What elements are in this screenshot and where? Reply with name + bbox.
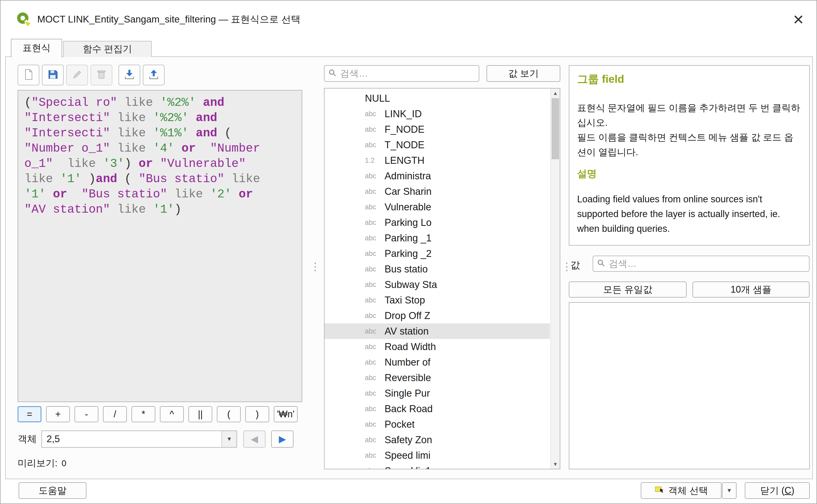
show-values-button[interactable]: 값 보기 [487, 65, 560, 82]
edit-expression-button[interactable] [66, 65, 88, 85]
field-list: NULLabcLINK_IDabcF_NODEabcT_NODE1.2LENGT… [324, 88, 560, 469]
expression-editor[interactable]: ("Special ro" like '%2%' and "Intersecti… [18, 90, 302, 402]
field-list-item[interactable]: abcCar Sharin [325, 184, 550, 199]
scroll-down-icon[interactable]: ▼ [551, 459, 560, 469]
description-heading: 설명 [577, 167, 801, 180]
select-features-icon [654, 484, 665, 497]
scroll-up-icon[interactable]: ▲ [551, 88, 560, 98]
field-label: Back Road [385, 403, 433, 414]
next-feature-button[interactable]: ▶ [271, 431, 293, 448]
field-list-item[interactable]: abcNumber of [325, 354, 550, 370]
search-icon [597, 259, 606, 269]
field-list-item[interactable]: abcBack Road [325, 401, 550, 417]
trash-icon [95, 69, 107, 81]
field-list-item[interactable]: abcVulnerable [325, 199, 550, 215]
string-field-icon: abc [365, 451, 385, 459]
operator-button[interactable]: = [18, 406, 41, 422]
string-field-icon: abc [365, 265, 385, 273]
scrollbar[interactable]: ▲ ▼ [550, 88, 560, 469]
window-title: MOCT LINK_Entity_Sangam_site_filtering —… [37, 1, 300, 38]
string-field-icon: abc [365, 281, 385, 289]
field-list-item[interactable]: abcBus statio [325, 261, 550, 277]
string-field-icon: abc [365, 203, 385, 211]
tab-function-editor[interactable]: 함수 편집기 [63, 41, 152, 57]
field-list-item[interactable]: abcSingle Pur [325, 386, 550, 401]
field-list-item[interactable]: abcT_NODE [325, 137, 550, 153]
export-expression-button[interactable] [143, 65, 165, 85]
values-search-box [593, 256, 809, 272]
save-expression-button[interactable] [42, 65, 64, 85]
field-label: Parking Lo [385, 217, 432, 228]
feature-combobox[interactable]: 2,5 ▼ [41, 431, 237, 448]
scroll-thumb[interactable] [552, 98, 559, 159]
tab-expression[interactable]: 표현식 [11, 39, 62, 57]
field-list-item[interactable]: abcPocket [325, 417, 550, 432]
field-list-item[interactable]: abcLINK_ID [325, 106, 550, 122]
values-search-input[interactable] [609, 258, 805, 269]
operator-button[interactable]: ) [245, 406, 269, 422]
chevron-down-icon[interactable]: ▼ [222, 431, 237, 447]
operator-button[interactable]: / [103, 406, 127, 422]
field-list-item[interactable]: abcAV station [325, 323, 550, 339]
field-list-item[interactable]: abcSpeed limi [325, 448, 550, 463]
help-button[interactable]: 도움말 [19, 482, 86, 499]
field-label: Car Sharin [385, 186, 432, 197]
help-paragraph: 표현식 문자열에 필드 이름을 추가하려면 두 번 클릭하십시오. [577, 100, 801, 130]
field-list-item[interactable]: abcDrop Off Z [325, 308, 550, 323]
field-list-item[interactable]: abcSpeed li_1 [325, 463, 550, 469]
panel-splitter[interactable]: ⋮ [310, 261, 320, 272]
field-label: Bus statio [385, 264, 428, 275]
values-list [569, 302, 810, 469]
string-field-icon: abc [365, 172, 385, 180]
sample-values-button[interactable]: 10개 샘플 [693, 281, 809, 298]
close-dialog-button[interactable]: 닫기 (C) [745, 482, 810, 499]
field-label: T_NODE [385, 139, 424, 151]
operator-button[interactable]: ( [217, 406, 241, 422]
field-label: AV station [385, 326, 429, 337]
select-features-button[interactable]: 객체 선택 [641, 482, 722, 499]
save-icon [47, 69, 59, 81]
field-list-item[interactable]: NULL [325, 91, 550, 106]
field-list-item[interactable]: abcReversible [325, 370, 550, 386]
field-list-item[interactable]: abcTaxi Stop [325, 292, 550, 308]
field-label: Drop Off Z [385, 310, 430, 321]
operator-button[interactable]: ^ [160, 406, 184, 422]
operator-button[interactable]: * [131, 406, 155, 422]
all-unique-values-button[interactable]: 모든 유일값 [569, 281, 687, 298]
field-list-item[interactable]: 1.2LENGTH [325, 153, 550, 168]
field-list-item[interactable]: abcParking Lo [325, 215, 550, 230]
import-icon [123, 69, 135, 81]
field-list-item[interactable]: abcRoad Width [325, 339, 550, 354]
field-list-item[interactable]: abcParking _1 [325, 230, 550, 246]
export-icon [148, 69, 160, 81]
field-list-item[interactable]: abcSubway Sta [325, 277, 550, 292]
select-features-dropdown-button[interactable]: ▼ [722, 482, 737, 499]
field-label: Administra [385, 171, 431, 182]
field-label: NULL [365, 93, 390, 104]
operator-button[interactable]: + [46, 406, 70, 422]
string-field-icon: abc [365, 436, 385, 444]
string-field-icon: abc [365, 358, 385, 366]
string-field-icon: abc [365, 374, 385, 382]
operator-button[interactable]: - [75, 406, 98, 422]
field-label: Parking _1 [385, 233, 432, 244]
field-list-item[interactable]: abcParking _2 [325, 246, 550, 261]
field-list-item[interactable]: abcAdministra [325, 168, 550, 184]
string-field-icon: abc [365, 250, 385, 258]
string-field-icon: abc [365, 141, 385, 149]
import-expression-button[interactable] [119, 65, 140, 85]
delete-expression-button[interactable] [91, 65, 112, 85]
preview-value: 0 [62, 458, 66, 468]
field-search-input[interactable] [340, 68, 475, 79]
field-label: F_NODE [385, 124, 424, 135]
operator-button[interactable]: || [188, 406, 212, 422]
string-field-icon: abc [365, 296, 385, 304]
new-expression-button[interactable] [18, 65, 39, 85]
field-search-box [324, 65, 479, 82]
close-icon[interactable]: ✕ [787, 9, 810, 31]
field-label: LENGTH [385, 155, 424, 166]
operator-button[interactable]: '₩n' [274, 406, 298, 422]
field-list-item[interactable]: abcSafety Zon [325, 432, 550, 448]
prev-feature-button[interactable]: ◀ [243, 431, 266, 448]
field-list-item[interactable]: abcF_NODE [325, 122, 550, 137]
